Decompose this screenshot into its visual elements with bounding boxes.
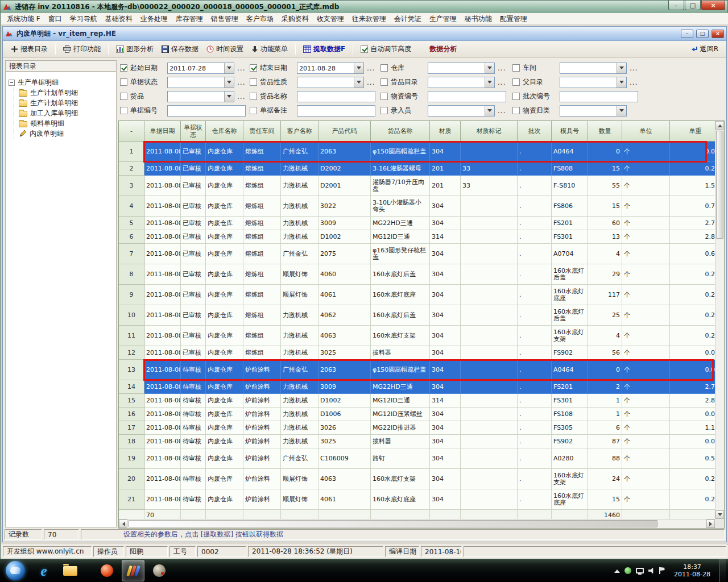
cell-责任车间[interactable]: 熔炼组 <box>243 176 281 196</box>
cell-模具号[interactable]: A0464 <box>552 142 588 162</box>
cell-单据状态[interactable]: 已审核 <box>181 285 206 305</box>
table-row-17[interactable]: 172011-08-08待审核内废仓库炉前涂料力激机械3026MG22ID推进器… <box>119 421 715 435</box>
cell-材质标记[interactable] <box>461 380 518 394</box>
cell-责任车间[interactable]: 熔炼组 <box>243 305 281 326</box>
maximize-button[interactable]: □ <box>685 1 701 10</box>
child-title-bar[interactable]: 内废单明细 - vr_item_rep.HE – □ × <box>3 27 726 41</box>
filter-checkbox[interactable] <box>512 93 520 100</box>
menu-item-1[interactable]: 窗口 <box>44 13 66 25</box>
filter-checkbox[interactable] <box>380 93 388 100</box>
cell-数量[interactable]: 55 <box>588 176 622 196</box>
cell-批次[interactable]: . <box>518 285 552 305</box>
cell-产品代码[interactable]: 3025 <box>318 435 371 448</box>
tree-item-1[interactable]: 生产计划单明细 <box>19 98 113 108</box>
column-header-10[interactable]: 批次 <box>518 121 552 142</box>
cell-单位[interactable]: 个 <box>622 305 670 326</box>
cell-货品名称[interactable]: MG12ID三通 <box>371 230 430 244</box>
cell-单位[interactable]: 个 <box>622 196 670 217</box>
cell-数量[interactable]: 15 <box>588 489 622 510</box>
cell-单重[interactable]: 0.26 <box>670 326 715 346</box>
cell-数量[interactable]: 117 <box>588 285 622 305</box>
cell-单位[interactable]: 个 <box>622 326 670 346</box>
cell-仓库名称[interactable]: 内废仓库 <box>206 394 243 408</box>
cell-单据日期[interactable]: 2011-08-08 <box>144 285 181 305</box>
cell-数量[interactable]: 56 <box>588 346 622 360</box>
dropdown-arrow-button[interactable] <box>617 106 626 116</box>
dropdown-arrow-button[interactable] <box>485 106 494 116</box>
cell-批次[interactable]: . <box>518 408 552 421</box>
cell-仓库名称[interactable]: 内废仓库 <box>206 380 243 394</box>
cell-责任车间[interactable]: 熔炼组 <box>243 230 281 244</box>
cell-单重[interactable]: 0.25 <box>670 305 715 326</box>
cell-单重[interactable]: 0.25 <box>670 285 715 305</box>
cell-产品代码[interactable]: 3026 <box>318 421 371 435</box>
cell-材质[interactable]: 304 <box>430 285 461 305</box>
menu-item-14[interactable]: 配置管理 <box>496 13 531 25</box>
cell-单据状态[interactable]: 已审核 <box>181 230 206 244</box>
cell-单据日期[interactable]: 2011-08-08 <box>144 176 181 196</box>
cell-数量[interactable]: 25 <box>588 305 622 326</box>
cell-材质[interactable]: 304 <box>430 360 461 380</box>
taskbar-ie-button[interactable]: e <box>32 560 55 581</box>
scroll-up-button[interactable] <box>715 121 724 130</box>
table-row-1[interactable]: 12011-08-08已审核内废仓库熔炼组广州金弘2063φ150圆高帽疏栏盖3… <box>119 142 715 162</box>
filter-more-button[interactable]: ... <box>498 64 506 72</box>
table-row-7[interactable]: 72011-08-08已审核内废仓库熔炼组广州金弘2075φ163圆形凳仔梳栏盖… <box>119 244 715 264</box>
cell-材质[interactable]: 304 <box>430 421 461 435</box>
cell-单据日期[interactable]: 2011-08-08 <box>144 448 181 469</box>
cell-单据日期[interactable]: 2011-08-08 <box>144 360 181 380</box>
cell-数量[interactable]: 1 <box>588 408 622 421</box>
cell-材质[interactable]: 304 <box>430 435 461 448</box>
cell-单重[interactable]: 2.83 <box>670 230 715 244</box>
menu-item-11[interactable]: 会计凭证 <box>390 13 425 25</box>
cell-客户名称[interactable]: 力激机械 <box>281 162 318 176</box>
cell-单据状态[interactable]: 待审核 <box>181 421 206 435</box>
cell-单据日期[interactable]: 2011-08-08 <box>144 421 181 435</box>
filter-checkbox[interactable] <box>512 107 520 114</box>
cell-材质标记[interactable] <box>461 285 518 305</box>
cell-模具号[interactable]: A0280 <box>552 448 588 469</box>
cell-材质[interactable]: 304 <box>430 489 461 510</box>
cell-数量[interactable]: 29 <box>588 264 622 285</box>
cell-材质标记[interactable] <box>461 196 518 217</box>
cell-单位[interactable]: 个 <box>622 176 670 196</box>
cell-单据日期[interactable]: 2011-08-08 <box>144 408 181 421</box>
cell-材质标记[interactable] <box>461 346 518 360</box>
column-header-6[interactable]: 产品代码 <box>318 121 371 142</box>
cell-客户名称[interactable]: 顺展灯饰 <box>281 264 318 285</box>
cell-数量[interactable]: 87 <box>588 435 622 448</box>
taskbar-clock[interactable]: 18:37 2011-08-28 <box>669 563 715 578</box>
cell-材质标记[interactable] <box>461 326 518 346</box>
cell-客户名称[interactable]: 力激机械 <box>281 176 318 196</box>
cell-材质[interactable]: 304 <box>430 196 461 217</box>
cell-模具号[interactable]: F-S810 <box>552 176 588 196</box>
cell-批次[interactable]: . <box>518 360 552 380</box>
time-setting-button[interactable]: 时间设置 <box>203 43 247 56</box>
column-header-11[interactable]: 模具号 <box>552 121 588 142</box>
cell-责任车间[interactable]: 熔炼组 <box>243 244 281 264</box>
dropdown-arrow-button[interactable] <box>485 63 494 73</box>
filter-dropdown[interactable] <box>428 77 495 88</box>
cell-仓库名称[interactable]: 内废仓库 <box>206 408 243 421</box>
cell-单据状态[interactable]: 已审核 <box>181 346 206 360</box>
cell-客户名称[interactable]: 广州金弘 <box>281 244 318 264</box>
cell-客户名称[interactable]: 力激机械 <box>281 394 318 408</box>
cell-数量[interactable]: 6 <box>588 421 622 435</box>
cell-单据状态[interactable]: 已审核 <box>181 196 206 217</box>
cell-客户名称[interactable]: 力激机械 <box>281 196 318 217</box>
cell-产品代码[interactable]: 3009 <box>318 217 371 230</box>
cell-材质标记[interactable] <box>461 305 518 326</box>
cell-货品名称[interactable]: φ150圆高帽疏栏盖 <box>371 142 430 162</box>
filter-checkbox[interactable] <box>512 64 520 72</box>
cell-材质[interactable]: 304 <box>430 244 461 264</box>
filter-input[interactable] <box>428 91 506 102</box>
cell-材质[interactable]: 304 <box>430 469 461 489</box>
title-bar[interactable]: 进销存 inv 20110816 - 本地服务-db\000022_000020… <box>1 1 727 13</box>
cell-产品代码[interactable]: 4060 <box>318 264 371 285</box>
cell-客户名称[interactable]: 力激机械 <box>281 408 318 421</box>
tree-item-2[interactable]: 加工入库单明细 <box>19 108 113 118</box>
cell-模具号[interactable]: FS902 <box>552 346 588 360</box>
cell-模具号[interactable]: FS902 <box>552 435 588 448</box>
cell-产品代码[interactable]: 4062 <box>318 305 371 326</box>
cell-责任车间[interactable]: 熔炼组 <box>243 217 281 230</box>
